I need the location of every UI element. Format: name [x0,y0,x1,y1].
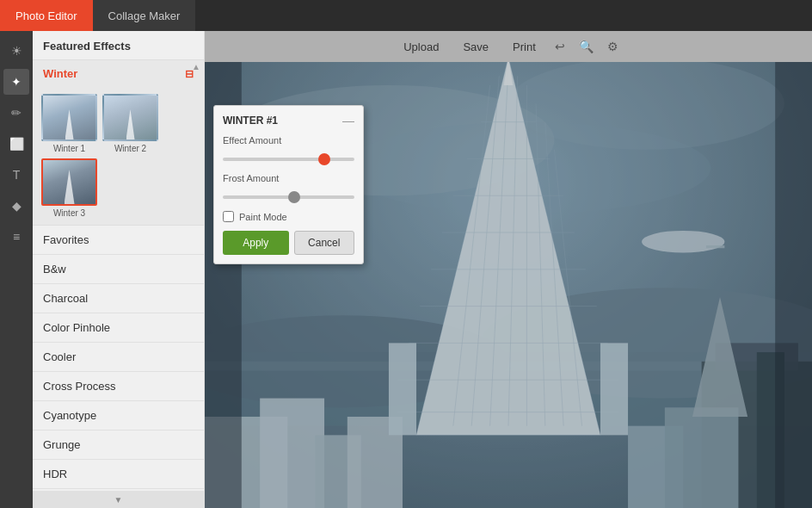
effects-panel: Featured Effects ▲ Winter ⊟ Winter 1 [33,31,205,508]
scroll-down-icon[interactable]: ▼ [33,491,204,508]
thumb-img-winter1 [41,94,97,141]
thumb-img-winter2 [102,94,158,141]
paint-mode-row: Paint Mode [223,211,354,222]
effect-amount-row: Effect Amount [223,135,354,164]
tool-draw[interactable]: ✏ [3,100,29,126]
canvas-area: Upload Save Print ↩ 🔍 ⚙ [205,31,812,508]
category-hdr[interactable]: HDR [33,460,204,489]
category-cyanotype[interactable]: Cyanotype [33,401,204,431]
category-grunge[interactable]: Grunge [33,431,204,460]
effect-modal: WINTER #1 — Effect Amount Frost Amount P… [213,105,364,264]
thumb-img-winter3 [41,158,97,206]
left-toolbar: ☀ ✦ ✏ ⬜ T ◆ ≡ [0,31,33,508]
frost-amount-slider[interactable] [223,195,354,199]
effect-amount-slider[interactable] [223,158,354,161]
category-list: Favorites B&w Charcoal Color Pinhole Coo… [33,226,204,508]
frost-amount-row: Frost Amount [223,173,354,202]
modal-title: WINTER #1 [223,115,278,127]
print-button[interactable]: Print [508,39,541,55]
search-icon[interactable]: 🔍 [579,40,594,53]
effect-thumb-winter1[interactable]: Winter 1 [41,94,97,153]
main-layout: ☀ ✦ ✏ ⬜ T ◆ ≡ Featured Effects ▲ Winter … [0,31,812,508]
undo-icon[interactable]: ↩ [555,40,565,53]
tab-collage-maker[interactable]: Collage Maker [93,0,196,31]
photo-canvas: WINTER #1 — Effect Amount Frost Amount P… [205,62,812,508]
frost-amount-label: Frost Amount [223,173,354,183]
tool-crop[interactable]: ⬜ [3,131,29,157]
effect-thumb-winter2[interactable]: Winter 2 [102,94,158,153]
category-winter-active: Winter ⊟ Winter 1 [33,60,204,226]
modal-buttons: Apply Cancel [223,231,354,255]
upload-button[interactable]: Upload [398,39,444,55]
category-color-pinhole[interactable]: Color Pinhole [33,313,204,343]
tool-text[interactable]: T [3,162,29,188]
effect-thumb-winter3[interactable]: Winter 3 [41,158,97,218]
modal-header: WINTER #1 — [223,115,354,127]
category-charcoal[interactable]: Charcoal [33,284,204,313]
category-winter-toggle[interactable]: Winter ⊟ [33,60,204,87]
apply-button[interactable]: Apply [223,231,289,255]
category-cross-process[interactable]: Cross Process [33,372,204,401]
svg-rect-45 [775,62,812,508]
effect-thumbnails: Winter 1 Winter 2 [33,87,204,225]
tool-layers[interactable]: ≡ [3,224,29,250]
paint-mode-label: Paint Mode [239,212,287,222]
tool-shapes[interactable]: ◆ [3,193,29,219]
scroll-up-icon[interactable]: ▲ [192,62,200,71]
category-cooler[interactable]: Cooler [33,343,204,372]
effect-amount-label: Effect Amount [223,135,354,146]
save-button[interactable]: Save [458,39,494,55]
modal-minimize-button[interactable]: — [342,115,354,127]
canvas-toolbar: Upload Save Print ↩ 🔍 ⚙ [205,31,812,62]
category-bw[interactable]: B&w [33,255,204,284]
tool-brightness[interactable]: ☀ [3,38,29,64]
category-favorites[interactable]: Favorites [33,226,204,255]
panel-header: Featured Effects [33,31,204,60]
top-bar: Photo Editor Collage Maker [0,0,812,31]
settings-icon[interactable]: ⚙ [607,40,618,53]
cancel-button[interactable]: Cancel [294,231,355,255]
tab-photo-editor[interactable]: Photo Editor [0,0,93,31]
tool-effects[interactable]: ✦ [3,69,29,95]
paint-mode-checkbox[interactable] [223,211,234,222]
